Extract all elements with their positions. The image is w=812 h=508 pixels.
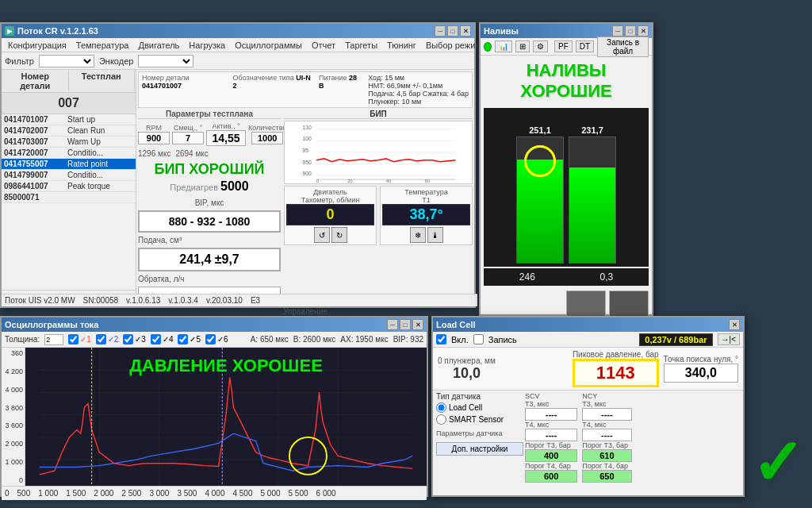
peak-pressure-value: 1143: [573, 359, 659, 387]
table-row[interactable]: 0414701007 Start up: [2, 114, 136, 125]
nalivs-settings-btn[interactable]: ⚙: [533, 40, 548, 52]
parts-table: 0414701007 Start up 0414702007 Clean Run…: [2, 114, 136, 290]
loadcell-title-bar: Load Cell ✕: [433, 318, 743, 332]
info-marking: Обозначение типа UI-N 2: [232, 74, 312, 106]
plunger-text: Плунжер: 10 мм: [368, 98, 421, 106]
reset-ccw-btn[interactable]: ↺: [314, 227, 330, 243]
travel-info: Ход: 15 мм HMT: 66,9мм +/- 0,1мм Подача:…: [368, 74, 469, 106]
table-row[interactable]: 0414703007 Warm Up: [2, 137, 136, 148]
close-btn[interactable]: ✕: [460, 25, 471, 37]
status-sn: SN:00058: [83, 296, 118, 305]
x-500: 500: [17, 489, 31, 498]
oscil-content: 360 4 200 4 000 3 800 3 600 2 000 1 000 …: [2, 348, 427, 486]
info-header: Номер детали 0414701007 Обозначение типа…: [138, 71, 473, 108]
nalivs-led: [484, 42, 492, 52]
col-testplan: Тестплан: [69, 71, 136, 91]
ch3-check[interactable]: ✓3: [123, 334, 146, 344]
table-row[interactable]: 85000071: [2, 192, 136, 203]
ch1-checkbox[interactable]: [68, 334, 79, 344]
ch5-check[interactable]: ✓5: [178, 334, 201, 344]
temp-box: Температура T1 38,7° ❄ 🌡: [380, 186, 473, 245]
menu-tuning[interactable]: Тюнинг: [382, 40, 421, 50]
oscil-window-title: Осциллограммы тока: [5, 320, 98, 329]
ch1-check[interactable]: ✓1: [68, 334, 91, 344]
nalivs-window-controls: ─ □ ✕: [612, 25, 649, 37]
lc-right-grid: SCV T3, мкс ---- T4, мкс ---- Порог T3, …: [525, 392, 740, 503]
preheat-lbl-text: Предиагрев: [170, 183, 218, 192]
scv-t4-lbl: T4, мкс: [525, 421, 577, 429]
table-row[interactable]: 0414702007 Clean Run: [2, 125, 136, 137]
time2: 2694 мкс: [175, 149, 208, 158]
preheat-label: Предиагрев 5000: [138, 179, 281, 194]
bip-unit-label: BIP, мкс: [138, 198, 281, 207]
radio-lc-label: Load Cell: [449, 403, 482, 412]
nalivs-maximize-btn[interactable]: □: [625, 25, 636, 37]
nalivs-bar-chart: 251,1 231,7: [484, 108, 649, 267]
por-t4-2-val: 650: [582, 470, 631, 483]
nalivs-bottom: 246 0,3: [484, 268, 649, 286]
lc-enable-checkbox[interactable]: [436, 334, 446, 344]
adv-settings-btn[interactable]: Доп. настройки: [436, 442, 523, 456]
ch6-check[interactable]: ✓6: [205, 334, 228, 344]
encoder-combo[interactable]: [138, 55, 193, 67]
menu-report[interactable]: Отчет: [307, 40, 340, 50]
nalivs-close-btn[interactable]: ✕: [638, 25, 649, 37]
table-row-selected[interactable]: 0414755007 Rated point: [2, 159, 136, 170]
oscil-close-btn[interactable]: ✕: [412, 319, 423, 330]
table-row[interactable]: 0414799007 Conditio...: [2, 170, 136, 181]
time1: 1296 мкс: [138, 149, 170, 158]
obratka-label: Обратка, л/ч: [138, 275, 281, 283]
table-row[interactable]: 0986441007 Peak torque: [2, 181, 136, 192]
main-window: ▶ Поток CR v.1.2.1.63 ─ □ ✕ Конфигурация…: [0, 22, 476, 308]
ch2-checkbox[interactable]: [96, 334, 106, 344]
minimize-btn[interactable]: ─: [435, 25, 446, 37]
filter-combo[interactable]: [39, 55, 94, 67]
ch2-check[interactable]: ✓2: [96, 334, 119, 344]
ch6-checkbox[interactable]: [205, 334, 216, 344]
ch5-checkbox[interactable]: [178, 334, 188, 344]
svg-text:950: 950: [302, 160, 312, 165]
nalivs-toolbar: 📊 ⊞ ⚙ PF DT Запись в файл: [481, 38, 652, 56]
ch4-label: ✓4: [163, 335, 174, 344]
oscil-minimize-btn[interactable]: ─: [387, 319, 398, 330]
menu-oscil[interactable]: Осциллограммы: [230, 40, 307, 50]
maximize-btn[interactable]: □: [447, 25, 458, 37]
ch4-check[interactable]: ✓4: [151, 334, 174, 344]
x-0: 0: [5, 489, 10, 498]
table-row[interactable]: 0414720007 Conditio...: [2, 148, 136, 159]
dt-btn[interactable]: DT: [576, 40, 594, 52]
lc-enable-label: Вкл.: [451, 335, 469, 344]
radio-smart-sensor[interactable]: [436, 414, 446, 425]
ch3-checkbox[interactable]: [123, 334, 133, 344]
snowflake-icon: ❄: [410, 227, 426, 243]
record-btn[interactable]: Запись в файл: [597, 37, 649, 57]
menu-engine[interactable]: Двигатель: [133, 40, 184, 50]
nalivs-chart-btn[interactable]: 📊: [495, 40, 512, 52]
oscil-maximize-btn[interactable]: □: [400, 319, 411, 330]
voltage-display: 0,237v / 689bar: [639, 333, 712, 346]
part-id: 0414702007: [2, 125, 65, 136]
menu-load[interactable]: Нагрузка: [184, 40, 230, 50]
ch4-checkbox[interactable]: [151, 334, 161, 344]
nalivs-table-btn[interactable]: ⊞: [515, 40, 530, 52]
loadcell-close-btn[interactable]: ✕: [729, 319, 740, 330]
active-value: 14,55: [206, 130, 246, 146]
bip-marker: BIP: 932: [393, 335, 423, 344]
voltage-btn[interactable]: →|<: [718, 333, 740, 345]
lc-record-checkbox[interactable]: [473, 334, 484, 344]
pf-btn[interactable]: PF: [554, 40, 573, 52]
menu-config[interactable]: Конфигурация: [3, 40, 71, 50]
menu-targets[interactable]: Таргеты: [340, 40, 382, 50]
radio-lc[interactable]: [436, 402, 446, 413]
t1-label: T1: [382, 196, 470, 204]
nalivs-minimize-btn[interactable]: ─: [612, 25, 623, 37]
menu-temp[interactable]: Температура: [71, 40, 134, 50]
main-content: Номер детали Тестплан 007 0414701007 Sta…: [2, 70, 474, 306]
two-col-layout: Параметры тестплана RPM 900 Смещ., ° 7: [138, 110, 473, 304]
reset-cw-btn[interactable]: ↻: [331, 227, 347, 243]
bar-col-2: 231,7: [569, 125, 616, 264]
ncy-col: NCY T3, мкс ---- T4, мкс ---- Порог T3, …: [579, 392, 631, 503]
part-test: Conditio...: [65, 170, 136, 180]
part-id: 0986441007: [2, 181, 65, 191]
thickness-input[interactable]: [44, 334, 63, 345]
